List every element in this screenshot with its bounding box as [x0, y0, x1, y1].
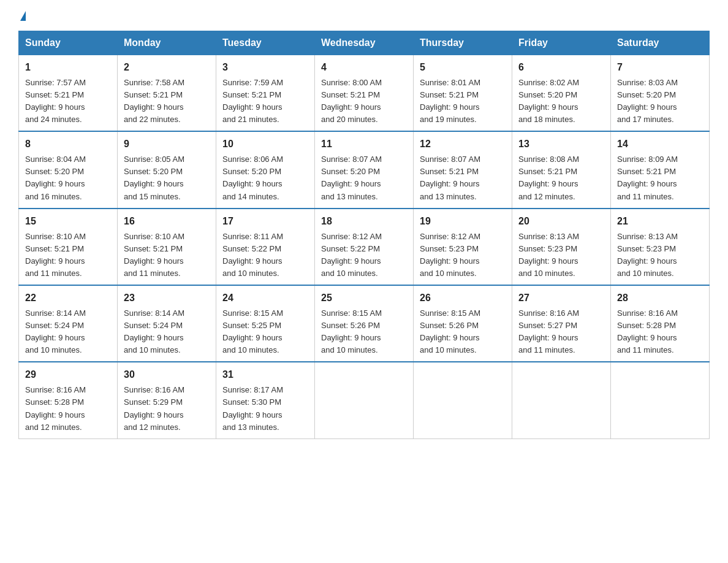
day-info: Sunrise: 8:12 AM Sunset: 5:22 PM Dayligh… — [321, 231, 407, 280]
day-number: 6 — [518, 60, 604, 75]
day-info: Sunrise: 8:14 AM Sunset: 5:24 PM Dayligh… — [25, 307, 111, 357]
calendar-cell — [414, 362, 512, 439]
day-number: 7 — [617, 60, 703, 75]
day-number: 5 — [420, 60, 506, 75]
day-info: Sunrise: 8:06 AM Sunset: 5:20 PM Dayligh… — [222, 153, 308, 203]
day-info: Sunrise: 7:59 AM Sunset: 5:21 PM Dayligh… — [222, 77, 308, 126]
day-info: Sunrise: 8:12 AM Sunset: 5:23 PM Dayligh… — [420, 231, 506, 280]
calendar-cell: 10Sunrise: 8:06 AM Sunset: 5:20 PM Dayli… — [216, 131, 315, 208]
day-info: Sunrise: 8:03 AM Sunset: 5:20 PM Dayligh… — [617, 77, 703, 126]
calendar-cell: 4Sunrise: 8:00 AM Sunset: 5:21 PM Daylig… — [315, 55, 414, 132]
day-info: Sunrise: 8:07 AM Sunset: 5:21 PM Dayligh… — [420, 153, 506, 203]
calendar-cell: 15Sunrise: 8:10 AM Sunset: 5:21 PM Dayli… — [19, 209, 118, 285]
day-number: 29 — [25, 367, 111, 383]
calendar-cell: 26Sunrise: 8:15 AM Sunset: 5:26 PM Dayli… — [414, 285, 512, 362]
day-number: 27 — [518, 291, 604, 306]
calendar-cell: 5Sunrise: 8:01 AM Sunset: 5:21 PM Daylig… — [414, 55, 512, 132]
day-number: 1 — [25, 60, 111, 75]
day-info: Sunrise: 8:16 AM Sunset: 5:28 PM Dayligh… — [25, 384, 111, 434]
calendar-cell: 19Sunrise: 8:12 AM Sunset: 5:23 PM Dayli… — [414, 209, 512, 285]
calendar-week-row: 8Sunrise: 8:04 AM Sunset: 5:20 PM Daylig… — [19, 131, 710, 208]
day-info: Sunrise: 8:10 AM Sunset: 5:21 PM Dayligh… — [124, 231, 210, 280]
calendar-cell: 25Sunrise: 8:15 AM Sunset: 5:26 PM Dayli… — [315, 285, 414, 362]
day-number: 9 — [124, 137, 210, 152]
day-info: Sunrise: 8:10 AM Sunset: 5:21 PM Dayligh… — [25, 231, 111, 280]
calendar-cell: 20Sunrise: 8:13 AM Sunset: 5:23 PM Dayli… — [512, 209, 611, 285]
day-number: 4 — [321, 60, 407, 75]
page-header — [18, 12, 710, 20]
calendar-cell: 30Sunrise: 8:16 AM Sunset: 5:29 PM Dayli… — [118, 362, 216, 439]
weekday-header-thursday: Thursday — [414, 31, 512, 55]
calendar-cell: 9Sunrise: 8:05 AM Sunset: 5:20 PM Daylig… — [118, 131, 216, 208]
calendar-cell: 23Sunrise: 8:14 AM Sunset: 5:24 PM Dayli… — [118, 285, 216, 362]
day-number: 16 — [124, 214, 210, 229]
weekday-header-saturday: Saturday — [611, 31, 710, 55]
day-info: Sunrise: 7:57 AM Sunset: 5:21 PM Dayligh… — [25, 77, 111, 126]
day-number: 24 — [222, 291, 308, 306]
calendar-cell: 24Sunrise: 8:15 AM Sunset: 5:25 PM Dayli… — [216, 285, 315, 362]
day-number: 12 — [420, 137, 506, 152]
calendar-cell — [512, 362, 611, 439]
day-number: 3 — [222, 60, 308, 75]
day-number: 23 — [124, 291, 210, 306]
day-number: 25 — [321, 291, 407, 306]
weekday-header-monday: Monday — [118, 31, 216, 55]
day-info: Sunrise: 8:14 AM Sunset: 5:24 PM Dayligh… — [124, 307, 210, 357]
weekday-header-friday: Friday — [512, 31, 611, 55]
calendar-cell: 13Sunrise: 8:08 AM Sunset: 5:21 PM Dayli… — [512, 131, 611, 208]
calendar-week-row: 29Sunrise: 8:16 AM Sunset: 5:28 PM Dayli… — [19, 362, 710, 439]
calendar-week-row: 1Sunrise: 7:57 AM Sunset: 5:21 PM Daylig… — [19, 55, 710, 132]
day-number: 31 — [222, 367, 308, 383]
day-number: 15 — [25, 214, 111, 229]
weekday-header-row: SundayMondayTuesdayWednesdayThursdayFrid… — [19, 31, 710, 55]
day-number: 8 — [25, 137, 111, 152]
day-info: Sunrise: 8:13 AM Sunset: 5:23 PM Dayligh… — [617, 231, 703, 280]
day-info: Sunrise: 8:08 AM Sunset: 5:21 PM Dayligh… — [518, 153, 604, 203]
day-info: Sunrise: 8:15 AM Sunset: 5:26 PM Dayligh… — [420, 307, 506, 357]
day-info: Sunrise: 8:04 AM Sunset: 5:20 PM Dayligh… — [25, 153, 111, 203]
calendar-cell: 29Sunrise: 8:16 AM Sunset: 5:28 PM Dayli… — [19, 362, 118, 439]
calendar-cell: 3Sunrise: 7:59 AM Sunset: 5:21 PM Daylig… — [216, 55, 315, 132]
day-number: 22 — [25, 291, 111, 306]
day-number: 14 — [617, 137, 703, 152]
day-info: Sunrise: 8:07 AM Sunset: 5:20 PM Dayligh… — [321, 153, 407, 203]
day-info: Sunrise: 8:02 AM Sunset: 5:20 PM Dayligh… — [518, 77, 604, 126]
logo-triangle-icon — [20, 11, 26, 21]
day-number: 13 — [518, 137, 604, 152]
day-info: Sunrise: 8:00 AM Sunset: 5:21 PM Dayligh… — [321, 77, 407, 126]
day-number: 30 — [124, 367, 210, 383]
calendar-cell: 14Sunrise: 8:09 AM Sunset: 5:21 PM Dayli… — [611, 131, 710, 208]
day-info: Sunrise: 8:11 AM Sunset: 5:22 PM Dayligh… — [222, 231, 308, 280]
calendar-cell: 1Sunrise: 7:57 AM Sunset: 5:21 PM Daylig… — [19, 55, 118, 132]
calendar-cell: 7Sunrise: 8:03 AM Sunset: 5:20 PM Daylig… — [611, 55, 710, 132]
day-number: 21 — [617, 214, 703, 229]
weekday-header-sunday: Sunday — [19, 31, 118, 55]
day-info: Sunrise: 8:15 AM Sunset: 5:25 PM Dayligh… — [222, 307, 308, 357]
calendar-cell: 21Sunrise: 8:13 AM Sunset: 5:23 PM Dayli… — [611, 209, 710, 285]
calendar-week-row: 22Sunrise: 8:14 AM Sunset: 5:24 PM Dayli… — [19, 285, 710, 362]
weekday-header-tuesday: Tuesday — [216, 31, 315, 55]
day-info: Sunrise: 8:09 AM Sunset: 5:21 PM Dayligh… — [617, 153, 703, 203]
day-info: Sunrise: 8:01 AM Sunset: 5:21 PM Dayligh… — [420, 77, 506, 126]
day-info: Sunrise: 7:58 AM Sunset: 5:21 PM Dayligh… — [124, 77, 210, 126]
day-info: Sunrise: 8:16 AM Sunset: 5:27 PM Dayligh… — [518, 307, 604, 357]
day-number: 2 — [124, 60, 210, 75]
calendar-cell: 28Sunrise: 8:16 AM Sunset: 5:28 PM Dayli… — [611, 285, 710, 362]
day-number: 26 — [420, 291, 506, 306]
calendar-cell: 27Sunrise: 8:16 AM Sunset: 5:27 PM Dayli… — [512, 285, 611, 362]
day-number: 28 — [617, 291, 703, 306]
calendar-cell: 16Sunrise: 8:10 AM Sunset: 5:21 PM Dayli… — [118, 209, 216, 285]
calendar-cell: 12Sunrise: 8:07 AM Sunset: 5:21 PM Dayli… — [414, 131, 512, 208]
day-info: Sunrise: 8:05 AM Sunset: 5:20 PM Dayligh… — [124, 153, 210, 203]
calendar-cell: 2Sunrise: 7:58 AM Sunset: 5:21 PM Daylig… — [118, 55, 216, 132]
calendar-cell — [315, 362, 414, 439]
day-info: Sunrise: 8:16 AM Sunset: 5:28 PM Dayligh… — [617, 307, 703, 357]
day-number: 19 — [420, 214, 506, 229]
calendar-table: SundayMondayTuesdayWednesdayThursdayFrid… — [18, 31, 710, 439]
logo — [18, 12, 26, 20]
weekday-header-wednesday: Wednesday — [315, 31, 414, 55]
day-number: 10 — [222, 137, 308, 152]
day-number: 20 — [518, 214, 604, 229]
calendar-cell — [611, 362, 710, 439]
calendar-cell: 18Sunrise: 8:12 AM Sunset: 5:22 PM Dayli… — [315, 209, 414, 285]
